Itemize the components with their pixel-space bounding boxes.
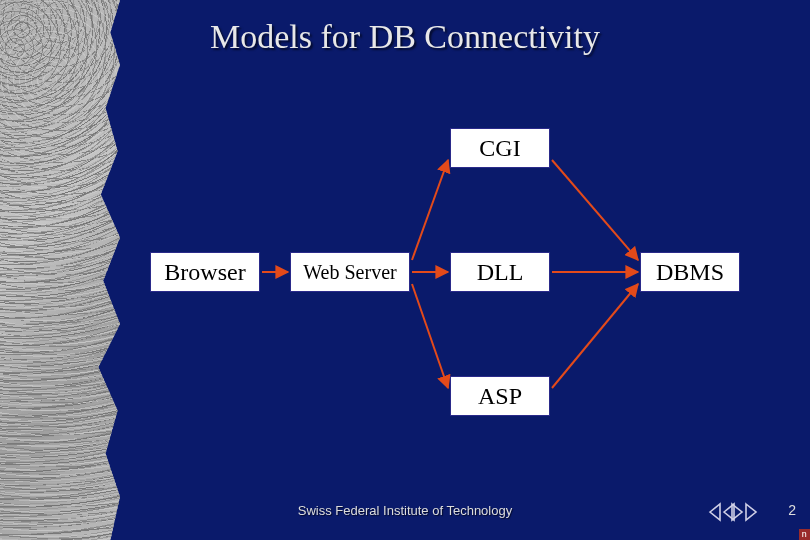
svg-line-4 xyxy=(552,160,638,260)
node-dll: DLL xyxy=(450,252,550,292)
corner-badge: n xyxy=(799,529,810,540)
svg-marker-7 xyxy=(710,504,720,520)
node-dbms: DBMS xyxy=(640,252,740,292)
slide-nav-icon[interactable] xyxy=(706,498,762,526)
node-web-server: Web Server xyxy=(290,252,410,292)
svg-line-1 xyxy=(412,160,448,260)
slide-number: 2 xyxy=(788,502,796,518)
node-cgi: CGI xyxy=(450,128,550,168)
svg-line-3 xyxy=(412,284,448,388)
node-asp: ASP xyxy=(450,376,550,416)
node-browser: Browser xyxy=(150,252,260,292)
svg-marker-9 xyxy=(746,504,756,520)
svg-line-6 xyxy=(552,284,638,388)
footer-text: Swiss Federal Institute of Technology xyxy=(0,503,810,518)
sidebar-texture xyxy=(0,0,120,540)
page-title: Models for DB Connectivity xyxy=(0,18,810,56)
